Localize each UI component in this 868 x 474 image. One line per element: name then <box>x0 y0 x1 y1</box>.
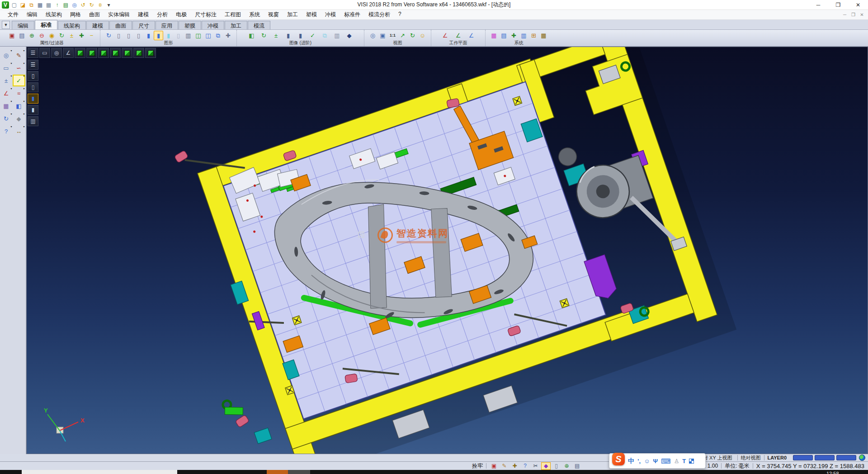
settings-window-icon[interactable]: ▥ <box>519 31 528 40</box>
display-pair-add-icon[interactable]: ◫ <box>193 31 203 40</box>
workplane-move-icon[interactable]: ∠ <box>453 31 463 40</box>
zoom-dynamic-icon[interactable]: ◎ <box>368 31 377 40</box>
menu-item[interactable]: 系统 <box>245 10 264 19</box>
snap-settings-icon[interactable]: ⊞ <box>529 31 538 40</box>
solid-check-icon[interactable]: ✓ <box>308 31 317 40</box>
hiddenline-display-icon[interactable]: ▯ <box>124 31 133 40</box>
model-viewport[interactable]: Y X ☰▭◎∠ ☰▯▯▮▮▥ 智造资料网 <box>26 47 868 454</box>
shaded-edges-display-icon[interactable]: ▮ <box>154 31 163 40</box>
solid-dark-icon[interactable]: ▮ <box>283 31 293 40</box>
mesh-mode-icon[interactable]: ▥ <box>28 116 38 126</box>
edit-tools-icon[interactable]: ✎ <box>14 50 24 60</box>
solid-view-icon[interactable]: ◆ <box>14 114 24 123</box>
zoom-select-icon[interactable]: ◎ <box>51 48 62 58</box>
ime-language-toggle[interactable]: 中 <box>628 458 634 464</box>
mdi-minimize-button[interactable]: ─ <box>841 12 848 17</box>
window-select-icon[interactable]: ▭ <box>1 63 12 73</box>
menu-item[interactable]: 电极 <box>172 10 191 19</box>
mdi-restore-button[interactable]: ❐ <box>850 12 857 17</box>
ime-wardrobe-icon[interactable]: T <box>682 458 686 464</box>
zoom-actual-icon[interactable]: 1:1 <box>388 31 397 40</box>
view-bottom-icon[interactable] <box>98 48 109 58</box>
window-tile-icon[interactable]: ▤ <box>573 463 581 469</box>
menu-item[interactable]: ? <box>394 10 406 19</box>
snap-grid-icon[interactable]: ▣ <box>490 463 498 469</box>
zoom-plusminus-icon[interactable]: ± <box>1 76 12 85</box>
window-grid-icon[interactable]: ◧ <box>14 101 24 111</box>
display-settings-icon[interactable]: ✚ <box>223 31 233 40</box>
lock-label[interactable]: 拴牢 <box>472 462 483 470</box>
color-swatch-button-2[interactable] <box>815 455 835 460</box>
menu-item[interactable]: 标准件 <box>340 10 364 19</box>
ribbon-tab[interactable]: 模流 <box>248 21 270 29</box>
menu-item[interactable]: 网格 <box>66 10 85 19</box>
maximize-button[interactable]: ❐ <box>828 0 848 9</box>
flat-display-icon[interactable]: ▯ <box>174 31 183 40</box>
device-icon[interactable]: ▯ <box>552 463 561 469</box>
view-top-icon[interactable] <box>86 48 97 58</box>
show-add-entities-icon[interactable]: ⊕ <box>27 31 37 40</box>
ime-punctuation-toggle[interactable]: ’, <box>637 458 641 464</box>
hammer-icon[interactable]: ✚ <box>510 463 519 469</box>
ime-mic-icon[interactable]: Ψ <box>653 458 658 464</box>
transparent-display-icon[interactable]: ▮ <box>164 31 173 40</box>
menu-item[interactable]: 塑模 <box>302 10 321 19</box>
modify-attributes-icon[interactable]: ▣ <box>7 31 17 40</box>
menu-item[interactable]: 模流分析 <box>364 10 394 19</box>
view-front-icon[interactable] <box>110 48 121 58</box>
wireframe-display-icon[interactable]: ▯ <box>114 31 123 40</box>
ghost-mode-icon[interactable]: ▮ <box>28 105 38 115</box>
menu-item[interactable]: 视窗 <box>264 10 283 19</box>
close-button[interactable]: ✕ <box>848 0 868 9</box>
ribbon-tab[interactable]: 线架构 <box>58 21 86 29</box>
render-options-icon[interactable]: ▦ <box>1 101 12 111</box>
menu-item[interactable]: 加工 <box>283 10 302 19</box>
menu-item[interactable]: 建模 <box>134 10 153 19</box>
ribbon-tab[interactable]: 加工 <box>225 21 247 29</box>
menu-item[interactable]: 工程图 <box>221 10 245 19</box>
open-file-icon[interactable]: ◪ <box>19 1 27 9</box>
viewport-menu-icon[interactable]: ☰ <box>28 48 38 58</box>
palette-icon[interactable]: ▦ <box>489 31 499 40</box>
menu-item[interactable]: 曲面 <box>85 10 104 19</box>
cube-shaded-icon[interactable]: ◆ <box>344 31 354 40</box>
ucs-axis-icon[interactable]: ∠ <box>1 88 12 98</box>
pick-pen-icon[interactable]: ✎ <box>500 463 509 469</box>
pan-icon[interactable]: ↗ <box>398 31 407 40</box>
filter-ok-icon[interactable]: ✓ <box>14 76 24 85</box>
menu-item[interactable]: 文件 <box>4 10 23 19</box>
redo-icon[interactable]: ↻ <box>88 1 95 9</box>
help-icon[interactable]: ? <box>1 126 12 136</box>
curve-sketch-icon[interactable]: ∽ <box>14 63 24 73</box>
save-as-icon[interactable]: ▦ <box>45 1 52 9</box>
ribbon-tab[interactable]: 冲模 <box>202 21 224 29</box>
sogou-logo-icon[interactable]: S <box>612 453 625 465</box>
shaded-mode-icon[interactable]: ▮ <box>28 94 38 104</box>
color-swatch-button-3[interactable] <box>836 455 856 460</box>
search-icon[interactable]: ◎ <box>71 1 78 9</box>
triad-icon[interactable]: ∠ <box>63 48 74 58</box>
calculator-icon[interactable]: ▦ <box>539 31 548 40</box>
view-back-icon[interactable] <box>122 48 132 58</box>
spline-icon[interactable]: ≈ <box>14 88 24 98</box>
gem-view-icon[interactable]: ◆ <box>542 463 550 469</box>
ime-keyboard-icon[interactable]: ⌨ <box>661 458 671 465</box>
color-swatch-button-1[interactable] <box>793 455 813 460</box>
zoom-options-icon[interactable]: ◎ <box>1 50 12 60</box>
menu-item[interactable]: 冲模 <box>321 10 340 19</box>
dashed-display-icon[interactable]: ▯ <box>134 31 143 40</box>
show-all-icon[interactable]: ✚ <box>77 31 86 40</box>
context-help-icon[interactable]: ? <box>521 463 529 469</box>
filter-traffic-icon[interactable]: ◉ <box>47 31 57 40</box>
menu-item[interactable]: 编辑 <box>23 10 42 19</box>
workplane-icon[interactable]: ∠ <box>440 31 450 40</box>
color-table-icon[interactable]: ▤ <box>499 31 509 40</box>
view-face-icon[interactable]: ☺ <box>418 31 427 40</box>
menu-item[interactable]: 尺寸标注 <box>191 10 221 19</box>
wireframe-mode-icon[interactable]: ▯ <box>28 71 38 81</box>
layer-indicator[interactable]: LAYER0 <box>768 455 787 460</box>
ribbon-tab[interactable]: 塑膜 <box>179 21 201 29</box>
toggle-visibility-icon[interactable]: ± <box>67 31 76 40</box>
units-label[interactable]: 单位: 毫米 <box>725 462 750 470</box>
view-right-icon[interactable] <box>145 48 156 58</box>
